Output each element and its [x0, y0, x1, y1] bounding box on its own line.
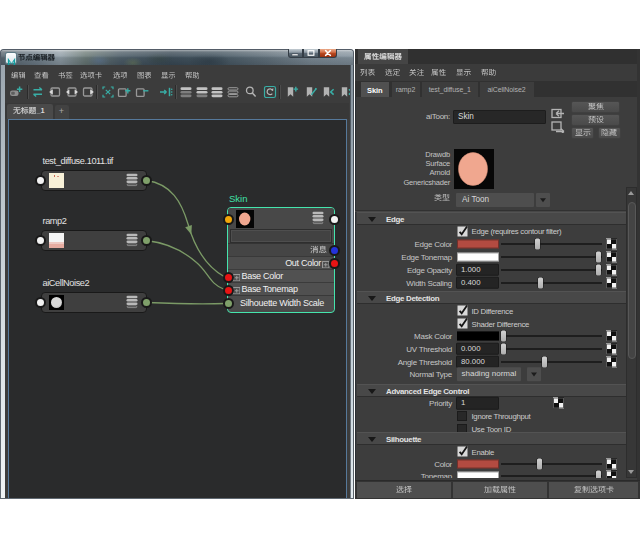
skin-port-message[interactable] [329, 245, 340, 256]
map-button-icon[interactable] [606, 331, 617, 342]
display-custom-icon[interactable] [226, 85, 240, 99]
checkbox-checked[interactable] [457, 306, 467, 316]
footer-button-1[interactable] [357, 482, 451, 498]
skin-row-base-color[interactable]: Base Color [228, 269, 334, 282]
stack-icon[interactable] [126, 173, 138, 191]
stack-icon[interactable] [312, 211, 324, 229]
ae-tab-skin[interactable]: Skin [361, 82, 390, 97]
ae-tab-ramp2[interactable]: ramp2 [392, 82, 420, 97]
checkbox-checked[interactable] [457, 319, 467, 329]
minimize-button[interactable] [288, 49, 304, 58]
ae-menu-6[interactable] [481, 69, 496, 77]
skin-port-silhouettewidth[interactable] [223, 298, 234, 309]
menu-2[interactable] [34, 71, 49, 81]
output-port-diffuse[interactable] [141, 175, 152, 186]
search-icon[interactable] [244, 85, 258, 99]
type-dropdown[interactable]: Ai Toon [456, 193, 534, 207]
footer-button-3[interactable] [549, 482, 638, 498]
slider-handle[interactable] [537, 458, 542, 469]
slider-handle[interactable] [596, 264, 601, 275]
ae-tab-test_diffuse_1[interactable]: test_diffuse_1 [422, 82, 478, 97]
clear-graph-icon[interactable] [101, 85, 115, 99]
show-list-icon-button[interactable] [551, 119, 566, 131]
node-noise[interactable] [41, 292, 147, 313]
slider-handle[interactable] [596, 251, 601, 262]
sync-selection-icon[interactable] [31, 85, 45, 99]
slider-handle[interactable] [542, 356, 547, 367]
all-connections-icon[interactable] [65, 85, 79, 99]
color-swatch[interactable] [457, 459, 499, 468]
ae-menu-2[interactable] [385, 69, 400, 77]
node-ramp[interactable] [41, 230, 147, 251]
wire-noise-to-silhouette[interactable] [147, 302, 226, 303]
create-node-icon[interactable] [9, 85, 23, 99]
add-to-graph-icon[interactable] [117, 85, 131, 99]
section-header-silhouette[interactable]: Silhouette [357, 432, 626, 445]
slider-track[interactable] [501, 269, 602, 271]
map-button-icon[interactable] [606, 264, 617, 275]
value-field[interactable]: 80.000 [456, 355, 499, 368]
close-button[interactable] [319, 49, 338, 58]
menu-7[interactable] [161, 71, 176, 81]
dropdown-field[interactable]: shading normal [457, 368, 521, 382]
type-dropdown-arrow[interactable] [536, 193, 550, 207]
slider-handle[interactable] [501, 343, 506, 354]
slider-track[interactable] [501, 475, 602, 477]
slider-track[interactable] [501, 463, 602, 465]
skin-port-outcolor[interactable] [329, 258, 340, 269]
menu-6[interactable] [137, 71, 152, 81]
attribute-editor-title-tab[interactable] [358, 49, 408, 64]
refresh-graph-icon[interactable] [263, 85, 277, 99]
color-swatch[interactable] [457, 240, 499, 249]
focus-button[interactable] [571, 101, 620, 113]
menu-1[interactable] [11, 71, 26, 81]
slider-handle[interactable] [535, 239, 540, 250]
section-header-edge-detection[interactable]: Edge Detection [357, 291, 626, 304]
color-swatch[interactable] [457, 252, 499, 261]
skin-port-basecolor[interactable] [223, 272, 234, 283]
value-field[interactable]: 1 [456, 397, 499, 410]
map-button-icon[interactable] [606, 239, 617, 250]
display-simple-icon[interactable] [179, 85, 193, 99]
stack-icon[interactable] [126, 233, 138, 251]
map-button-icon[interactable] [606, 277, 617, 288]
output-port-ramp[interactable] [141, 235, 152, 246]
footer-button-2[interactable] [453, 482, 547, 498]
bookmark-edit-icon[interactable] [304, 85, 318, 99]
slider-track[interactable] [501, 361, 602, 363]
scroll-down-icon[interactable] [628, 470, 634, 474]
slider-track[interactable] [501, 335, 602, 337]
ae-menu-5[interactable] [456, 69, 471, 77]
shader-name-input[interactable]: Skin [453, 110, 546, 124]
skin-row-消息[interactable] [228, 243, 334, 256]
slider-handle[interactable] [596, 471, 601, 478]
skin-row-base-tonemap[interactable]: Base Tonemap [228, 282, 334, 295]
skin-port-header-left[interactable] [223, 214, 234, 225]
skin-port-basetonemap[interactable] [223, 285, 234, 296]
skin-row-out-color[interactable]: Out Color [228, 256, 334, 269]
color-swatch[interactable] [457, 472, 499, 478]
checkbox-checked[interactable] [457, 447, 467, 457]
skin-port-header-right[interactable] [329, 214, 340, 225]
stack-icon[interactable] [126, 295, 138, 313]
value-field[interactable]: 0.000 [456, 343, 499, 356]
input-port-ramp[interactable] [35, 235, 46, 246]
node-graph-canvas[interactable]: test_diffuse.1011.tiframp2aiCellNoise2Ou… [8, 119, 347, 499]
hide-button[interactable] [598, 127, 621, 140]
slider-handle[interactable] [501, 331, 506, 342]
ae-menu-3[interactable] [409, 69, 424, 77]
scrollbar-thumb[interactable] [628, 202, 636, 359]
input-port-noise[interactable] [35, 297, 46, 308]
input-port-diffuse[interactable] [35, 175, 46, 186]
slider-handle[interactable] [538, 277, 543, 288]
skin-node-header[interactable] [228, 208, 334, 229]
display-connected-icon[interactable] [195, 85, 209, 99]
slider-track[interactable] [501, 282, 602, 284]
menu-4[interactable] [80, 71, 102, 81]
maximize-button[interactable] [303, 49, 319, 58]
section-header-edge[interactable]: Edge [357, 212, 626, 225]
map-button-icon[interactable] [606, 471, 617, 478]
pin-nodes-icon[interactable] [159, 85, 173, 99]
show-button[interactable] [571, 127, 594, 140]
material-swatch[interactable] [454, 149, 494, 189]
